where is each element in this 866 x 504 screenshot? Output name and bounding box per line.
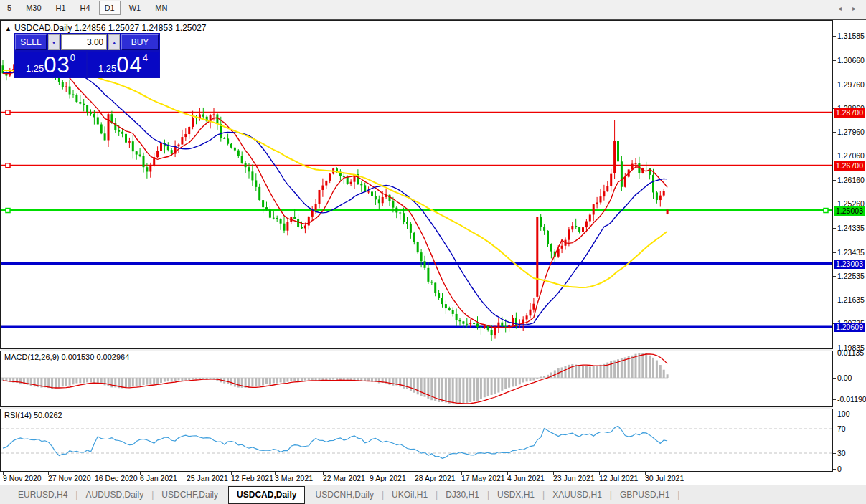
axis-tick [833, 399, 836, 400]
price-chart-pane[interactable]: ▲USDCAD,Daily 1.24856 1.25027 1.24853 1.… [0, 20, 833, 349]
chart-tab-audusd[interactable]: AUDUSD,Daily [77, 487, 151, 503]
date-label: 3 Mar 2021 [275, 474, 313, 482]
chart-tab-gbpusd[interactable]: GBPUSD,H1 [612, 487, 677, 503]
date-label: 23 Jun 2021 [553, 474, 595, 482]
price-tick-label: 1.24335 [837, 224, 865, 232]
chart-title: ▲USDCAD,Daily 1.24856 1.25027 1.24853 1.… [5, 23, 207, 33]
timeframe-button-5[interactable]: 5 [1, 1, 17, 15]
chart-symbol: USDCAD,Daily [14, 23, 72, 33]
hline-price-tag: 1.28700 [834, 108, 865, 118]
chart-tab-bar: EURUSD,H4|AUDUSD,Daily|USDCHF,Daily|USDC… [0, 485, 866, 504]
rsi-axis-label: 70 [837, 424, 846, 433]
axis-tick [833, 156, 836, 156]
timeframe-button-h1[interactable]: H1 [50, 1, 72, 15]
date-label: 27 Nov 2020 [48, 474, 91, 482]
volume-decrease-button[interactable]: ▼ [48, 34, 60, 50]
date-label: 12 Jul 2021 [599, 474, 638, 482]
sell-price-display[interactable]: 1.25030 [15, 52, 86, 77]
axis-tick [833, 252, 836, 253]
rsi-indicator-pane[interactable]: RSI(14) 50.0262 [0, 409, 833, 472]
chart-tab-usdchf[interactable]: USDCHF,Daily [154, 487, 226, 503]
one-click-trading-panel: SELL ▼ 3.00 ▲ BUY 1.25030 1.25044 [14, 33, 160, 78]
price-tick-label: 1.27960 [837, 128, 865, 136]
chart-tab-dj30[interactable]: DJ30,H1 [438, 487, 487, 503]
axis-tick [833, 429, 836, 429]
date-axis[interactable]: 9 Nov 202027 Nov 202016 Dec 20206 Jan 20… [0, 472, 833, 485]
rsi-canvas[interactable] [1, 409, 832, 471]
timeframe-button-d1[interactable]: D1 [99, 1, 121, 15]
macd-label: MACD(12,26,9) 0.001530 0.002964 [4, 353, 129, 361]
date-label: 12 Feb 2021 [231, 474, 273, 482]
chart-tab-usdcnh[interactable]: USDCNH,Daily [308, 487, 382, 503]
tab-scroll-right-icon[interactable]: ▸ [852, 4, 856, 12]
price-tick-label: 1.26160 [837, 176, 865, 184]
tab-scroll-left-icon[interactable]: ◂ [838, 4, 842, 12]
date-label: 6 Jan 2021 [140, 474, 177, 482]
date-label: 28 Apr 2021 [415, 474, 456, 482]
hline-price-tag: 1.25003 [834, 206, 865, 216]
price-tick-label: 1.23435 [837, 248, 865, 257]
ohlc-open: 1.24856 [75, 23, 105, 33]
date-label: 16 Dec 2020 [95, 474, 138, 482]
axis-tick [833, 353, 836, 353]
macd-axis-label: 0.01135 [837, 348, 864, 357]
price-axis[interactable]: 1.315851.306601.297601.288601.279601.270… [833, 20, 866, 485]
tab-separator: | [677, 490, 679, 500]
date-label: 25 Jan 2021 [187, 474, 228, 482]
axis-tick [833, 180, 836, 181]
rsi-axis-label: 0 [837, 465, 842, 473]
rsi-axis-label: 100 [837, 409, 850, 418]
toolbar-separator [177, 1, 177, 14]
axis-tick [833, 228, 836, 229]
axis-tick [833, 204, 836, 204]
ohlc-high: 1.25027 [108, 23, 139, 33]
chart-tab-usdx[interactable]: USDX,H1 [489, 487, 542, 503]
timeframe-toolbar: 5M30H1H4D1W1MN [0, 0, 866, 16]
macd-axis-label: 0.00 [837, 374, 852, 382]
axis-tick [833, 453, 836, 454]
date-label: 22 Mar 2021 [323, 474, 365, 482]
timeframe-button-m30[interactable]: M30 [20, 1, 47, 15]
chart-tab-xauusd[interactable]: XAUUSD,H1 [545, 487, 610, 503]
timeframe-button-w1[interactable]: W1 [123, 1, 147, 15]
volume-increase-button[interactable]: ▲ [108, 34, 120, 50]
collapse-arrow-icon[interactable]: ▲ [5, 25, 11, 32]
date-label: 17 May 2021 [461, 474, 505, 482]
axis-tick [833, 348, 836, 348]
axis-tick [833, 85, 836, 85]
axis-tick [833, 469, 836, 470]
axis-tick [833, 36, 836, 37]
chart-tab-eurusd[interactable]: EURUSD,H4 [10, 487, 75, 503]
timeframe-button-mn[interactable]: MN [149, 1, 173, 15]
macd-axis-label: -0.011904 [837, 395, 866, 404]
hline-price-tag: 1.23003 [834, 260, 865, 269]
chart-tab-usdcad[interactable]: USDCAD,Daily [228, 486, 305, 504]
macd-indicator-pane[interactable]: MACD(12,26,9) 0.001530 0.002964 [0, 351, 833, 407]
chart-tab-ukoil[interactable]: UKOil,H1 [384, 487, 436, 503]
price-tick-label: 1.27060 [837, 151, 865, 160]
sell-button[interactable]: SELL [15, 34, 47, 50]
axis-tick [833, 132, 836, 133]
timeframe-button-h4[interactable]: H4 [75, 1, 96, 15]
date-label: 30 Jul 2021 [645, 474, 684, 482]
trading-terminal-window: 5M30H1H4D1W1MN ▲USDCAD,Daily 1.24856 1.2… [0, 0, 866, 504]
ohlc-close: 1.25027 [175, 23, 206, 33]
axis-tick [833, 414, 836, 414]
rsi-axis-label: 30 [837, 449, 846, 457]
date-label: 9 Nov 2020 [3, 474, 42, 482]
date-label: 4 Jun 2021 [507, 474, 545, 482]
axis-tick [833, 300, 836, 300]
buy-price-display[interactable]: 1.25044 [88, 52, 159, 77]
volume-input[interactable]: 3.00 [61, 34, 108, 50]
date-label: 9 Apr 2021 [370, 474, 406, 482]
rsi-label: RSI(14) 50.0262 [4, 411, 62, 419]
price-tick-label: 1.30660 [837, 56, 865, 65]
ohlc-low: 1.24853 [141, 23, 172, 33]
hline-price-tag: 1.20609 [834, 323, 865, 332]
price-tick-label: 1.31585 [837, 32, 865, 40]
hline-price-tag: 1.26700 [834, 161, 865, 171]
price-tick-label: 1.29760 [837, 80, 865, 89]
buy-button[interactable]: BUY [121, 34, 159, 50]
axis-tick [833, 276, 836, 277]
price-tick-label: 1.22535 [837, 272, 865, 280]
